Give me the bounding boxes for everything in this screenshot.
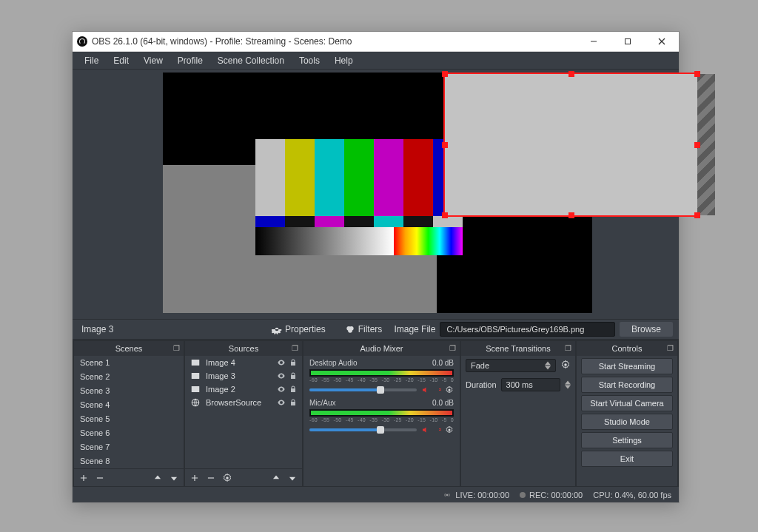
mute-icon[interactable] <box>421 385 430 394</box>
source-row[interactable]: Image 3 <box>185 369 302 383</box>
lock-icon[interactable] <box>289 385 298 394</box>
preview-canvas[interactable] <box>163 73 592 313</box>
scene-item[interactable]: Scene 6 <box>74 426 184 440</box>
menu-view[interactable]: View <box>136 53 170 69</box>
menubar: File Edit View Profile Scene Collection … <box>73 52 679 70</box>
svg-point-15 <box>446 494 448 496</box>
unmute-x-icon[interactable] <box>433 385 442 394</box>
preview-area[interactable] <box>73 70 679 319</box>
lock-icon[interactable] <box>289 371 298 380</box>
add-icon[interactable] <box>78 473 89 483</box>
svg-rect-8 <box>192 373 200 379</box>
svg-point-11 <box>226 477 229 479</box>
scene-item[interactable]: Scene 7 <box>74 440 184 454</box>
menu-tools[interactable]: Tools <box>292 53 327 69</box>
transitions-dock: Scene Transitions❐ Fade Duration 300 ms <box>461 341 575 486</box>
source-row[interactable]: BrowserSource <box>185 396 302 409</box>
svg-point-12 <box>449 389 451 391</box>
duration-input[interactable]: 300 ms <box>501 378 560 391</box>
image-source-icon <box>190 383 201 395</box>
move-down-icon[interactable] <box>169 473 179 483</box>
gear-icon[interactable] <box>445 425 454 434</box>
resize-handle-se[interactable] <box>694 212 700 218</box>
maximize-button[interactable] <box>611 32 645 52</box>
popout-icon[interactable]: ❐ <box>563 343 572 352</box>
obs-logo-icon <box>77 36 87 47</box>
gear-icon[interactable] <box>222 473 232 483</box>
resize-handle-sw[interactable] <box>442 212 448 218</box>
unmute-x-icon[interactable] <box>433 425 442 434</box>
resize-handle-e[interactable] <box>694 142 700 148</box>
transition-select[interactable]: Fade <box>466 359 556 372</box>
mute-icon[interactable] <box>421 425 430 434</box>
popout-icon[interactable]: ❐ <box>665 343 674 352</box>
resize-handle-n[interactable] <box>568 71 574 77</box>
remove-icon[interactable] <box>95 473 105 483</box>
menu-profile[interactable]: Profile <box>170 53 210 69</box>
scenes-list[interactable]: Scene 1 Scene 2 Scene 3 Scene 4 Scene 5 … <box>74 356 184 468</box>
resize-handle-nw[interactable] <box>442 71 448 77</box>
selected-layer <box>445 74 697 215</box>
preview-layer-testpattern <box>255 139 463 255</box>
visibility-icon[interactable] <box>277 358 286 367</box>
selection-box[interactable] <box>443 73 699 217</box>
popout-icon[interactable]: ❐ <box>172 343 181 352</box>
move-up-icon[interactable] <box>152 473 163 483</box>
scene-item[interactable]: Scene 8 <box>74 454 184 468</box>
sources-list[interactable]: Image 4 Image 3 Image 2 <box>185 356 302 468</box>
audio-meter <box>309 409 454 417</box>
rec-status: REC: 00:00:00 <box>520 491 583 499</box>
popout-icon[interactable]: ❐ <box>290 343 299 352</box>
browser-source-icon <box>190 397 201 408</box>
add-icon[interactable] <box>190 473 200 483</box>
scene-item[interactable]: Scene 2 <box>74 370 184 384</box>
scene-item[interactable]: Scene 4 <box>74 398 184 412</box>
visibility-icon[interactable] <box>277 371 286 380</box>
source-row[interactable]: Image 2 <box>185 383 302 396</box>
visibility-icon[interactable] <box>277 398 286 407</box>
duration-label: Duration <box>466 380 497 389</box>
controls-title: Controls <box>612 344 643 353</box>
filters-button[interactable]: Filters <box>338 322 390 337</box>
menu-scenecollection[interactable]: Scene Collection <box>210 53 292 69</box>
resize-handle-w[interactable] <box>442 142 448 148</box>
visibility-icon[interactable] <box>277 385 286 394</box>
transitions-title: Scene Transitions <box>486 344 550 353</box>
window-title: OBS 26.1.0 (64-bit, windows) - Profile: … <box>92 36 352 47</box>
controls-dock: Controls❐ Start Streaming Start Recordin… <box>577 341 677 486</box>
start-recording-button[interactable]: Start Recording <box>581 377 673 393</box>
close-button[interactable] <box>645 32 679 52</box>
resize-handle-ne[interactable] <box>694 71 700 77</box>
menu-edit[interactable]: Edit <box>106 53 136 69</box>
gear-icon[interactable] <box>445 385 454 394</box>
browse-button[interactable]: Browse <box>620 322 673 337</box>
transition-settings-button[interactable] <box>560 360 571 371</box>
lock-icon[interactable] <box>289 398 298 407</box>
meter-ticks: -60-55-50-45-40-35-30-25-20-15-10-50 <box>309 377 454 383</box>
channel-level: 0.0 dB <box>432 399 454 407</box>
exit-button[interactable]: Exit <box>581 451 673 467</box>
scene-item[interactable]: Scene 5 <box>74 412 184 426</box>
move-up-icon[interactable] <box>271 473 281 483</box>
resize-handle-s[interactable] <box>568 212 574 218</box>
volume-slider[interactable] <box>309 428 417 431</box>
broadcast-icon <box>443 491 452 499</box>
mixer-channel: Mic/Aux0.0 dB -60-55-50-45-40-35-30-25-2… <box>303 396 460 436</box>
start-streaming-button[interactable]: Start Streaming <box>581 358 673 374</box>
popout-icon[interactable]: ❐ <box>448 343 457 352</box>
image-file-path[interactable]: C:/Users/OBS/Pictures/Grey169B.png <box>440 322 615 337</box>
minimize-button[interactable] <box>577 32 611 52</box>
settings-button[interactable]: Settings <box>581 432 673 448</box>
remove-icon[interactable] <box>206 473 216 483</box>
properties-button[interactable]: Properties <box>264 322 333 337</box>
lock-icon[interactable] <box>289 358 298 367</box>
start-virtual-camera-button[interactable]: Start Virtual Camera <box>581 395 673 411</box>
menu-help[interactable]: Help <box>327 53 360 69</box>
source-row[interactable]: Image 4 <box>185 356 302 369</box>
menu-file[interactable]: File <box>77 53 106 69</box>
studio-mode-button[interactable]: Studio Mode <box>581 414 673 430</box>
move-down-icon[interactable] <box>287 473 298 483</box>
volume-slider[interactable] <box>309 388 417 391</box>
scene-item[interactable]: Scene 1 <box>74 356 184 370</box>
scene-item[interactable]: Scene 3 <box>74 384 184 398</box>
